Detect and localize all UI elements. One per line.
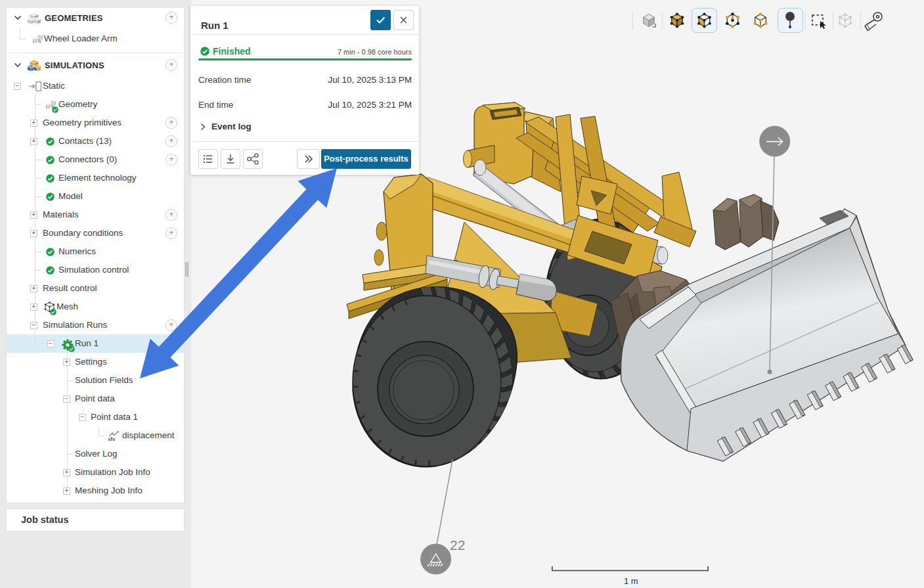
svg-text:1 m: 1 m	[624, 576, 638, 586]
svg-text:22: 22	[450, 537, 465, 553]
